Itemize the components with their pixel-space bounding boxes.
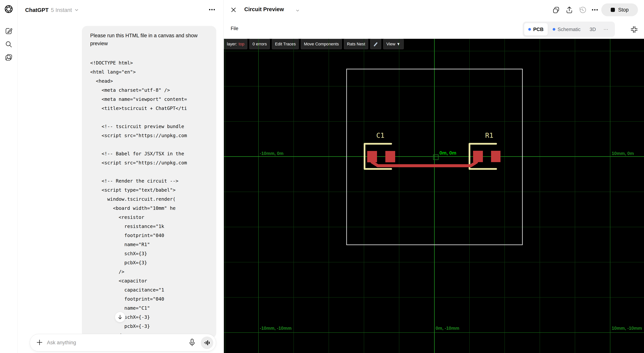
coord-mid-left-label: -10mm, 0m: [260, 151, 284, 156]
composer: [30, 334, 216, 351]
canvas-title-chevron-icon[interactable]: [295, 8, 300, 14]
history-icon: [578, 6, 586, 14]
fullscreen-exit-icon: [630, 25, 639, 34]
c1-label: C1: [376, 132, 384, 139]
history-button[interactable]: [578, 6, 586, 14]
r1-label: R1: [485, 132, 493, 139]
c1-pad-1[interactable]: [367, 151, 377, 162]
user-message-text: Please run this HTML file in a canvas an…: [90, 32, 208, 48]
close-canvas-button[interactable]: [231, 7, 236, 14]
canvas-panel: Circuit Preview: [224, 0, 644, 353]
coord-origin-label: 0m, 0m: [440, 150, 456, 156]
canvas-title[interactable]: Circuit Preview: [244, 6, 284, 13]
c1-pad-2[interactable]: [385, 151, 395, 162]
user-message-bubble: Please run this HTML file in a canvas an…: [82, 26, 216, 338]
chat-panel: ChatGPT 5 Instant Please run this HTML f…: [18, 0, 224, 353]
pcb-status-dot: [528, 28, 531, 31]
scroll-to-bottom-button[interactable]: [115, 312, 125, 322]
stop-button[interactable]: Stop: [601, 4, 638, 16]
pcb-drawing: [224, 39, 644, 353]
tab-3d[interactable]: 3D: [586, 23, 600, 36]
new-chat-icon: [4, 27, 13, 35]
app-title: ChatGPT: [25, 7, 48, 13]
library-button[interactable]: [4, 53, 13, 62]
more-horizontal-icon: [208, 7, 216, 13]
model-name[interactable]: 5 Instant: [51, 7, 72, 13]
tab-pcb[interactable]: PCB: [524, 23, 548, 36]
message-input[interactable]: [47, 340, 188, 346]
schematic-status-dot: [553, 28, 555, 31]
view-switcher-more-button[interactable]: ⋯: [601, 27, 612, 32]
new-chat-button[interactable]: [4, 27, 13, 36]
voice-mode-button[interactable]: [201, 336, 213, 349]
view-switcher: PCB Schematic 3D ⋯: [522, 22, 615, 37]
more-horizontal-icon: [591, 8, 598, 12]
tab-schematic-label: Schematic: [558, 27, 580, 32]
stop-label: Stop: [618, 7, 629, 13]
r1-pad-1[interactable]: [473, 151, 483, 162]
search-icon: [4, 40, 13, 49]
canvas-header: Circuit Preview: [224, 0, 644, 20]
share-upload-icon: [565, 6, 573, 14]
r1-pad-2[interactable]: [491, 151, 500, 162]
voice-mode-icon: [204, 339, 210, 346]
search-button[interactable]: [4, 40, 13, 49]
close-icon: [231, 7, 236, 13]
stop-square-icon: [610, 8, 615, 12]
chat-more-button[interactable]: [208, 7, 216, 13]
chat-header: ChatGPT 5 Instant: [25, 6, 79, 14]
arrow-down-icon: [118, 314, 123, 320]
canvas-more-button[interactable]: [591, 8, 599, 16]
library-icon: [4, 53, 13, 62]
code-block: <!DOCTYPE html> <html lang="en"> <head> …: [90, 59, 208, 338]
coord-bottom-left-label: -10mm, -10mm: [260, 325, 292, 331]
tab-schematic[interactable]: Schematic: [548, 23, 585, 36]
pcb-viewport[interactable]: C1 R1 0m, 0m -10mm, 0m 10mm, 0m -10mm, -…: [224, 39, 644, 353]
copy-canvas-button[interactable]: [552, 6, 560, 14]
microphone-icon: [188, 338, 196, 346]
app-sidebar: [0, 0, 18, 353]
openai-logo: [4, 5, 13, 14]
openai-logo-icon: [4, 5, 13, 14]
tab-pcb-label: PCB: [533, 27, 544, 32]
model-chevron-down-icon[interactable]: [74, 8, 79, 13]
attach-button[interactable]: [36, 339, 43, 346]
origin-marker: [433, 155, 438, 160]
coord-bottom-right-label: 10mm, -10mm: [612, 325, 642, 331]
coord-mid-right-label: 10mm, 0m: [612, 151, 634, 156]
plus-icon: [36, 339, 43, 346]
share-canvas-button[interactable]: [565, 6, 573, 14]
copy-icon: [552, 6, 560, 14]
tab-3d-label: 3D: [590, 27, 596, 32]
exit-fullscreen-button[interactable]: [630, 25, 639, 35]
file-menu[interactable]: File: [231, 26, 238, 31]
coord-bottom-center-label: 0m, -10mm: [436, 325, 459, 331]
dictate-button[interactable]: [188, 338, 196, 347]
